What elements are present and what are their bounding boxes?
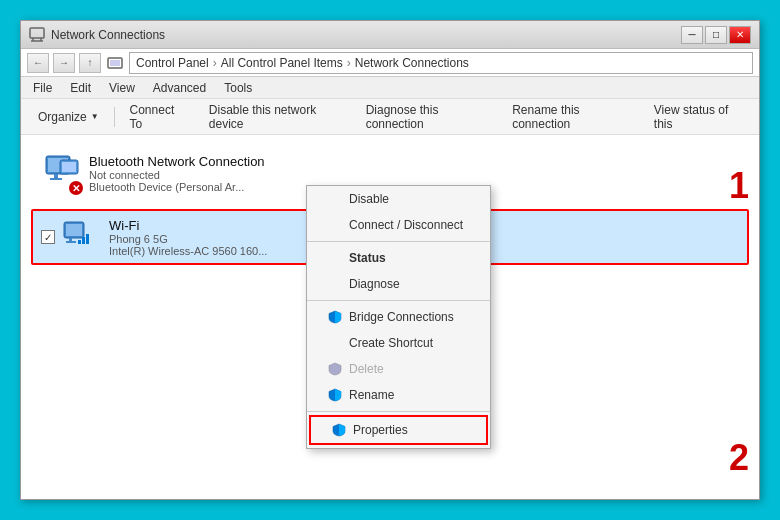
ctx-delete: Delete: [307, 356, 490, 382]
svg-rect-16: [78, 240, 81, 244]
ctx-connect-disconnect[interactable]: Connect / Disconnect: [307, 212, 490, 238]
connect-to-button[interactable]: Connect To: [119, 103, 196, 131]
wifi-checkbox[interactable]: ✓: [41, 230, 55, 244]
wifi-icon-container: [61, 217, 101, 257]
path-network: Network Connections: [355, 56, 469, 70]
diagnose-button[interactable]: Diagnose this connection: [355, 103, 500, 131]
ctx-divider-2: [307, 300, 490, 301]
ctx-diagnose[interactable]: Diagnose: [307, 271, 490, 297]
wifi-info: Wi-Fi Phong 6 5G Intel(R) Wireless-AC 95…: [109, 218, 267, 257]
label-2: 2: [729, 437, 749, 479]
organize-button[interactable]: Organize ▼: [27, 103, 110, 131]
back-button[interactable]: ←: [27, 53, 49, 73]
rename-button[interactable]: Rename this connection: [501, 103, 641, 131]
bridge-shield-icon: [327, 309, 343, 325]
up-button[interactable]: ↑: [79, 53, 101, 73]
menu-file[interactable]: File: [25, 79, 60, 97]
ctx-status[interactable]: Status: [307, 245, 490, 271]
bluetooth-icon: ✕: [41, 153, 81, 193]
ctx-disable[interactable]: Disable: [307, 186, 490, 212]
path-all-items: All Control Panel Items: [221, 56, 343, 70]
toolbar-divider: [114, 107, 115, 127]
content-area: ✕ Bluetooth Network Connection Not conne…: [21, 135, 759, 499]
bluetooth-x-icon: ✕: [69, 181, 83, 195]
svg-rect-13: [66, 224, 82, 236]
disable-button[interactable]: Disable this network device: [198, 103, 353, 131]
svg-rect-15: [66, 241, 76, 243]
wifi-name: Wi-Fi: [109, 218, 267, 233]
menu-view[interactable]: View: [101, 79, 143, 97]
delete-shield-icon: [327, 361, 343, 377]
address-bar: ← → ↑ Control Panel › All Control Panel …: [21, 49, 759, 77]
maximize-button[interactable]: □: [705, 26, 727, 44]
window-icon: [29, 27, 45, 43]
window-title: Network Connections: [51, 28, 675, 42]
toolbar: Organize ▼ Connect To Disable this netwo…: [21, 99, 759, 135]
ctx-shortcut[interactable]: Create Shortcut: [307, 330, 490, 356]
path-control-panel: Control Panel: [136, 56, 209, 70]
svg-rect-9: [50, 178, 62, 180]
svg-rect-18: [86, 234, 89, 244]
window-controls: ─ □ ✕: [681, 26, 751, 44]
svg-rect-14: [69, 238, 72, 241]
ctx-divider-1: [307, 241, 490, 242]
wifi-ssid: Phong 6 5G: [109, 233, 267, 245]
svg-rect-5: [110, 60, 120, 66]
properties-shield-icon: [331, 422, 347, 438]
ctx-bridge[interactable]: Bridge Connections: [307, 304, 490, 330]
title-bar: Network Connections ─ □ ✕: [21, 21, 759, 49]
main-window: Network Connections ─ □ ✕ ← → ↑ Control …: [20, 20, 760, 500]
svg-rect-8: [54, 174, 58, 178]
bluetooth-name: Bluetooth Network Connection: [89, 154, 265, 169]
bluetooth-info: Bluetooth Network Connection Not connect…: [89, 154, 265, 193]
close-button[interactable]: ✕: [729, 26, 751, 44]
forward-button[interactable]: →: [53, 53, 75, 73]
ctx-divider-3: [307, 411, 490, 412]
bluetooth-status: Not connected: [89, 169, 265, 181]
label-1: 1: [729, 165, 749, 207]
ctx-rename[interactable]: Rename: [307, 382, 490, 408]
view-status-button[interactable]: View status of this: [643, 103, 753, 131]
location-icon: [107, 55, 123, 71]
minimize-button[interactable]: ─: [681, 26, 703, 44]
bluetooth-device: Bluetooth Device (Personal Ar...: [89, 181, 265, 193]
svg-rect-17: [82, 237, 85, 244]
menu-tools[interactable]: Tools: [216, 79, 260, 97]
menu-edit[interactable]: Edit: [62, 79, 99, 97]
ctx-disable-icon: [327, 191, 343, 207]
ctx-properties[interactable]: Properties: [309, 415, 488, 445]
menu-bar: File Edit View Advanced Tools: [21, 77, 759, 99]
svg-rect-0: [30, 28, 44, 38]
rename-shield-icon: [327, 387, 343, 403]
menu-advanced[interactable]: Advanced: [145, 79, 214, 97]
address-path[interactable]: Control Panel › All Control Panel Items …: [129, 52, 753, 74]
svg-rect-11: [62, 162, 76, 172]
context-menu: Disable Connect / Disconnect Status Diag…: [306, 185, 491, 449]
wifi-adapter: Intel(R) Wireless-AC 9560 160...: [109, 245, 267, 257]
